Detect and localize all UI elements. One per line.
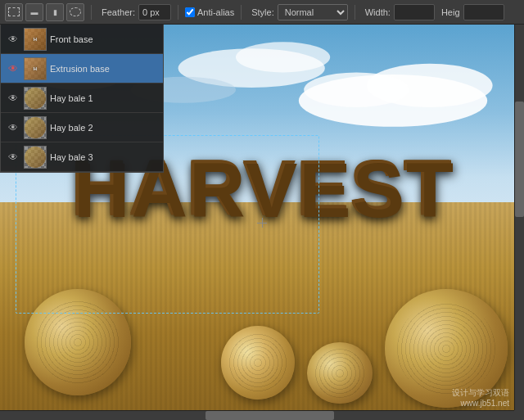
layer-eye-2[interactable]: 👁 bbox=[6, 91, 20, 106]
layer-item-1[interactable]: 👁HExtrusion base bbox=[1, 54, 163, 84]
ellipse-marquee-icon bbox=[70, 7, 81, 16]
layer-thumb-0: H bbox=[24, 28, 47, 51]
single-col-btn[interactable]: ▮ bbox=[46, 3, 64, 21]
layer-name-3: Hay bale 2 bbox=[50, 123, 158, 133]
style-select[interactable]: Normal Fixed Ratio Fixed Size bbox=[278, 4, 348, 20]
crosshair bbox=[257, 218, 267, 228]
height-label: Heig bbox=[441, 7, 460, 17]
rect-marquee-icon bbox=[8, 7, 20, 16]
main-area: HARVEST 设计与学习双语 www.jb51.net 👁HFront bas… bbox=[0, 25, 524, 420]
watermark-line2: www.jb51.net bbox=[452, 399, 509, 408]
height-input[interactable] bbox=[463, 4, 504, 20]
ellipse-marquee-btn[interactable] bbox=[66, 3, 84, 21]
layer-item-0[interactable]: 👁HFront base bbox=[1, 25, 163, 54]
rect-marquee-btn[interactable] bbox=[5, 3, 23, 21]
layer-name-0: Front base bbox=[50, 34, 158, 44]
svg-point-4 bbox=[236, 42, 330, 72]
feather-input[interactable] bbox=[138, 4, 171, 20]
layer-item-3[interactable]: 👁Hay bale 2 bbox=[1, 113, 163, 142]
style-label: Style: bbox=[251, 7, 274, 17]
width-label: Width: bbox=[365, 7, 391, 17]
layer-item-4[interactable]: 👁Hay bale 3 bbox=[1, 142, 163, 172]
antialias-group: Anti-alias bbox=[185, 7, 234, 17]
antialias-checkbox[interactable] bbox=[185, 7, 195, 17]
marquee-tools: ▬ ▮ bbox=[5, 3, 84, 21]
feather-label: Feather: bbox=[102, 7, 135, 17]
antialias-label: Anti-alias bbox=[197, 7, 234, 17]
sep1 bbox=[91, 5, 92, 20]
layer-thumb-1: H bbox=[24, 57, 47, 80]
single-row-btn[interactable]: ▬ bbox=[25, 3, 43, 21]
layer-name-2: Hay bale 1 bbox=[50, 93, 158, 103]
horizontal-scrollbar[interactable] bbox=[0, 410, 514, 420]
layers-panel: 👁HFront base👁HExtrusion base👁Hay bale 1👁… bbox=[0, 25, 164, 173]
vertical-scrollbar[interactable] bbox=[514, 25, 524, 410]
watermark-line1: 设计与学习双语 bbox=[452, 387, 509, 399]
scroll-corner bbox=[514, 410, 524, 420]
hay-bale-far-right bbox=[307, 342, 373, 404]
layer-item-2[interactable]: 👁Hay bale 1 bbox=[1, 84, 163, 113]
width-input[interactable] bbox=[394, 4, 435, 20]
layer-thumb-3 bbox=[24, 116, 47, 139]
layer-name-4: Hay bale 3 bbox=[50, 152, 158, 162]
layer-eye-0[interactable]: 👁 bbox=[6, 32, 20, 47]
svg-point-2 bbox=[304, 72, 409, 107]
sep2 bbox=[178, 5, 178, 20]
hay-bale-left bbox=[25, 289, 131, 395]
layer-eye-1[interactable]: 👁 bbox=[6, 61, 20, 76]
watermark: 设计与学习双语 www.jb51.net bbox=[452, 387, 509, 408]
layer-thumb-2 bbox=[24, 87, 47, 110]
toolbar: ▬ ▮ Feather: Anti-alias Style: Normal Fi… bbox=[0, 0, 524, 25]
sep4 bbox=[355, 5, 355, 20]
layer-eye-3[interactable]: 👁 bbox=[6, 120, 20, 135]
layer-thumb-4 bbox=[24, 146, 47, 169]
layer-name-1: Extrusion base bbox=[50, 64, 158, 74]
hay-bale-center bbox=[221, 326, 295, 400]
layer-eye-4[interactable]: 👁 bbox=[6, 150, 20, 165]
sep3 bbox=[241, 5, 242, 20]
canvas-area[interactable]: HARVEST 设计与学习双语 www.jb51.net 👁HFront bas… bbox=[0, 25, 524, 420]
